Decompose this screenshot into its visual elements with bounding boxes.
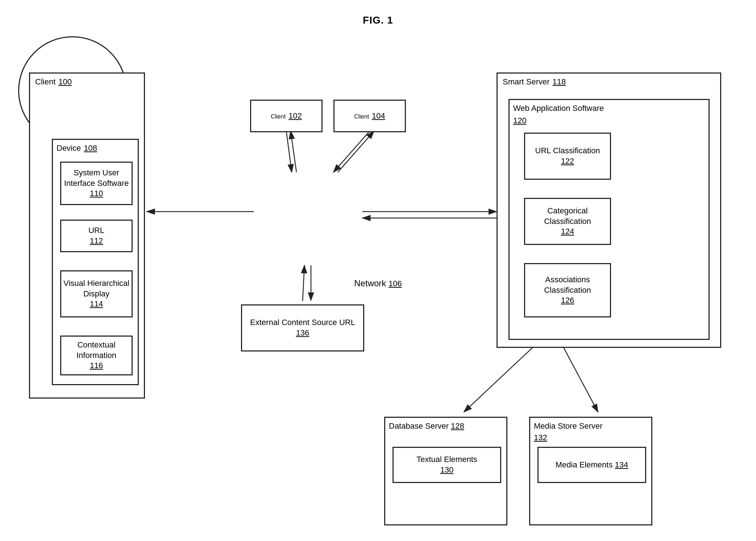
webapp-box: Web Application Software 120 URL Classif…: [508, 99, 710, 340]
client102-label: Client 102: [271, 111, 302, 121]
svg-line-15: [464, 344, 536, 412]
client-outer-label: Client 100: [35, 77, 72, 87]
svg-line-16: [562, 344, 598, 412]
media-elements-box: Media Elements 134: [537, 447, 646, 483]
device-label: Device 108: [57, 143, 97, 153]
device-text: Device: [57, 143, 81, 153]
client-outer-box: Client 100 Device 108 System User Interf…: [29, 72, 145, 399]
client-outer-num: 100: [58, 77, 72, 87]
smart-server-num: 118: [553, 77, 566, 87]
svg-line-8: [333, 131, 370, 172]
visual-hierarchical-box: Visual Hierarchical Display 114: [60, 270, 133, 317]
client104-label: Client 104: [354, 111, 385, 121]
diagram-area: Client 100 Device 108 System User Interf…: [18, 36, 738, 530]
svg-line-13: [303, 265, 304, 301]
contextual-label: Contextual Information 116: [61, 340, 132, 371]
textual-label: Textual Elements 130: [416, 454, 477, 475]
url-label: URL 112: [88, 225, 104, 246]
db-server-outer: Database Server 128 Textual Elements 130: [384, 417, 507, 525]
webapp-label: Web Application Software 120: [513, 104, 615, 125]
svg-line-9: [338, 131, 374, 172]
url-classification-box: URL Classification 122: [524, 133, 611, 180]
media-server-label: Media Store Server 132: [534, 421, 614, 442]
ext-content-label: External Content Source URL 136: [250, 317, 355, 338]
cat-classification-box: Categorical Classification 124: [524, 198, 611, 245]
visual-label: Visual Hierarchical Display 114: [61, 278, 132, 309]
client-outer-text: Client: [35, 77, 55, 87]
sys-ui-box: System User Interface Software 110: [60, 162, 133, 205]
svg-line-6: [286, 131, 292, 172]
cat-class-label: Categorical Classification 124: [525, 206, 610, 237]
url-class-label: URL Classification 122: [535, 146, 600, 166]
media-elements-label: Media Elements 134: [556, 460, 628, 470]
device-num: 108: [84, 143, 97, 153]
contextual-info-box: Contextual Information 116: [60, 336, 133, 375]
media-server-outer: Media Store Server 132 Media Elements 13…: [529, 417, 652, 525]
textual-elements-box: Textual Elements 130: [392, 447, 501, 483]
smart-server-label: Smart Server 118: [503, 77, 566, 87]
ext-content-box: External Content Source URL 136: [241, 304, 364, 351]
device-box: Device 108 System User Interface Softwar…: [52, 139, 139, 385]
network-label: Network 106: [354, 278, 402, 288]
smart-server-text: Smart Server: [503, 77, 550, 87]
svg-line-7: [291, 131, 296, 172]
client102-box: Client 102: [250, 100, 323, 132]
assoc-class-label: Associations Classification 126: [525, 275, 610, 306]
figure-title: FIG. 1: [0, 0, 756, 26]
smart-server-outer: Smart Server 118 Web Application Softwar…: [497, 72, 721, 348]
db-server-label: Database Server 128: [389, 421, 464, 431]
sys-ui-label: System User Interface Software 110: [61, 168, 132, 199]
url-box: URL 112: [60, 220, 133, 252]
client104-box: Client 104: [333, 100, 406, 132]
assoc-classification-box: Associations Classification 126: [524, 263, 611, 317]
